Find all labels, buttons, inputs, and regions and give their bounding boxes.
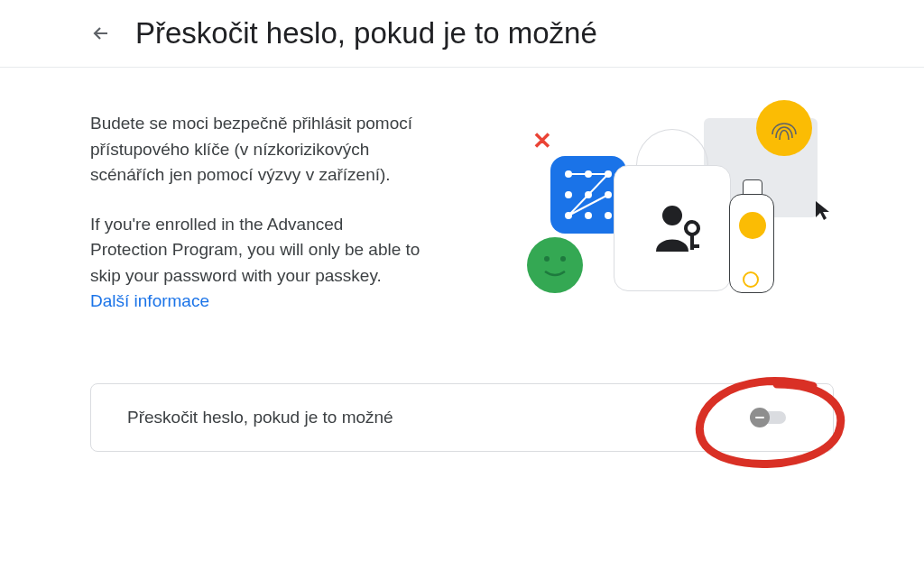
page-header: Přeskočit heslo, pokud je to možné [0,0,924,68]
back-button[interactable] [90,23,112,44]
svg-point-14 [560,256,566,262]
svg-point-8 [605,212,612,219]
svg-point-7 [585,212,592,219]
description-paragraph-2-text: If you're enrolled in the Advanced Prote… [90,215,420,285]
learn-more-link[interactable]: Další informace [90,291,209,310]
svg-point-10 [686,222,698,234]
content-area: Budete se moci bezpečně přihlásit pomocí… [0,68,924,488]
description-column: Budete se moci bezpečně přihlásit pomocí… [90,111,424,338]
x-icon: ✕ [532,127,552,155]
svg-point-3 [565,191,572,198]
toggle-label: Přeskočit heslo, pokud je to možné [127,408,393,427]
bottle-ring-icon [743,271,759,288]
svg-rect-12 [690,244,699,248]
description-paragraph-1: Budete se moci bezpečně přihlásit pomocí… [90,111,424,188]
skip-password-toggle[interactable] [750,409,790,427]
toggle-card: Přeskočit heslo, pokud je to možné [90,383,834,452]
fingerprint-icon [756,100,812,156]
svg-point-13 [544,256,550,262]
bottle-dot-icon [739,212,766,239]
cursor-icon [814,199,832,225]
page-title: Přeskočit heslo, pokud je to možné [135,16,597,51]
svg-point-9 [662,206,682,225]
description-row: Budete se moci bezpečně přihlásit pomocí… [90,111,834,338]
switch-thumb [750,408,770,427]
illustration: •• ✕ [460,111,834,309]
description-paragraph-2: If you're enrolled in the Advanced Prote… [90,212,424,315]
smiley-icon [527,237,583,293]
person-key-icon [654,201,707,259]
